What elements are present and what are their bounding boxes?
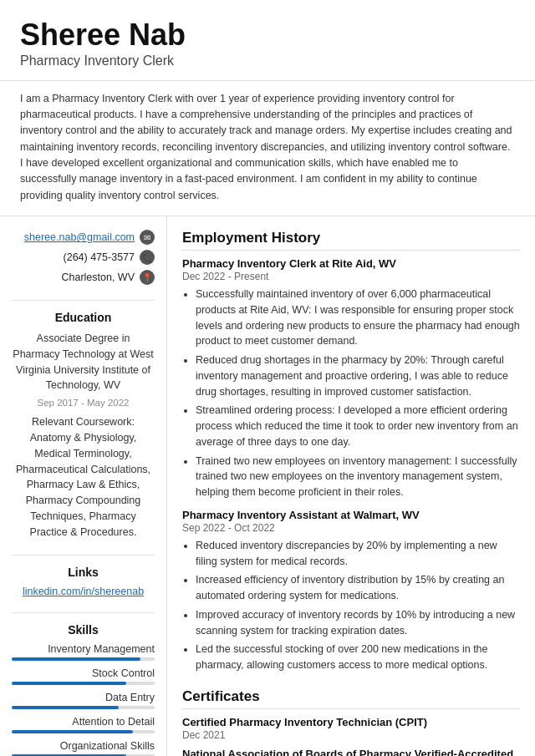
skill-name: Inventory Management <box>12 643 155 655</box>
location-icon: 📍 <box>140 270 155 285</box>
bullet: Successfully maintained inventory of ove… <box>196 287 520 349</box>
certificates-heading: Certificates <box>182 688 520 709</box>
location-item: Charleston, WV 📍 <box>12 270 155 285</box>
job-entry: Pharmacy Inventory Clerk at Rite Aid, WV… <box>182 257 520 500</box>
skill-bar-fill <box>12 682 126 685</box>
phone-item: (264) 475-3577 📞 <box>12 250 155 265</box>
skills-list: Inventory Management Stock Control Data … <box>12 643 155 756</box>
resume-page: Sheree Nab Pharmacy Inventory Clerk I am… <box>0 0 535 756</box>
skills-section: Skills Inventory Management Stock Contro… <box>12 623 155 756</box>
bullet: Led the successful stocking of over 200 … <box>196 642 520 673</box>
cert-date: Dec 2021 <box>182 729 520 741</box>
job-dates: Dec 2022 - Present <box>182 271 520 282</box>
cert-entry: Certified Pharmacy Inventory Technician … <box>182 716 520 741</box>
cert-name: National Association of Boards of Pharma… <box>182 748 520 756</box>
certificates-section: Certificates Certified Pharmacy Inventor… <box>182 688 520 756</box>
divider-2 <box>12 555 155 556</box>
sidebar: sheree.nab@gmail.com ✉ (264) 475-3577 📞 … <box>0 216 167 756</box>
skill-bar-bg <box>12 730 155 733</box>
candidate-title: Pharmacy Inventory Clerk <box>20 53 515 68</box>
job-bullets: Successfully maintained inventory of ove… <box>182 287 520 500</box>
candidate-name: Sheree Nab <box>20 18 515 52</box>
email-icon: ✉ <box>140 230 155 245</box>
skill-name: Attention to Detail <box>12 716 155 728</box>
skill-bar-fill <box>12 730 133 733</box>
job-title: Pharmacy Inventory Assistant at Walmart,… <box>182 509 520 521</box>
phone-icon: 📞 <box>140 250 155 265</box>
skill-bar-fill <box>12 657 140 661</box>
divider-1 <box>12 300 155 301</box>
education-coursework: Relevant Coursework: Anatomy & Physiolog… <box>12 414 155 540</box>
summary-text: I am a Pharmacy Inventory Clerk with ove… <box>20 91 515 205</box>
contact-section: sheree.nab@gmail.com ✉ (264) 475-3577 📞 … <box>12 230 155 285</box>
job-bullets: Reduced inventory discrepancies by 20% b… <box>182 538 520 673</box>
main-content: Employment History Pharmacy Inventory Cl… <box>167 216 535 756</box>
location-text: Charleston, WV <box>61 271 135 283</box>
divider-3 <box>12 612 155 613</box>
bullet: Improved accuracy of inventory records b… <box>196 607 520 639</box>
skill-name: Stock Control <box>12 667 155 679</box>
body-columns: sheree.nab@gmail.com ✉ (264) 475-3577 📞 … <box>0 216 535 756</box>
skill-bar-bg <box>12 706 155 709</box>
employment-heading: Employment History <box>182 230 520 251</box>
cert-entry: National Association of Boards of Pharma… <box>182 748 520 756</box>
jobs-list: Pharmacy Inventory Clerk at Rite Aid, WV… <box>182 257 520 673</box>
skill-item: Organizational Skills <box>12 740 155 756</box>
email-link[interactable]: sheree.nab@gmail.com <box>24 231 135 243</box>
phone-text: (264) 475-3577 <box>64 251 135 263</box>
job-title: Pharmacy Inventory Clerk at Rite Aid, WV <box>182 257 520 270</box>
email-item: sheree.nab@gmail.com ✉ <box>12 230 155 245</box>
bullet: Streamlined ordering process: I develope… <box>196 403 520 449</box>
employment-section: Employment History Pharmacy Inventory Cl… <box>182 230 520 673</box>
skill-item: Stock Control <box>12 667 155 685</box>
skill-bar-bg <box>12 682 155 685</box>
header-section: Sheree Nab Pharmacy Inventory Clerk <box>0 0 535 81</box>
skill-bar-fill <box>12 706 119 709</box>
cert-name: Certified Pharmacy Inventory Technician … <box>182 716 520 728</box>
linkedin-link[interactable]: linkedin.com/in/shereenab <box>12 586 155 597</box>
bullet: Reduced inventory discrepancies by 20% b… <box>196 538 520 570</box>
bullet: Increased efficiency of inventory distri… <box>196 572 520 604</box>
summary-section: I am a Pharmacy Inventory Clerk with ove… <box>0 81 535 217</box>
skill-item: Inventory Management <box>12 643 155 661</box>
skill-item: Attention to Detail <box>12 716 155 733</box>
bullet: Reduced drug shortages in the pharmacy b… <box>196 353 520 399</box>
education-degree: Associate Degree in Pharmacy Technology … <box>12 331 155 393</box>
skill-name: Data Entry <box>12 692 155 703</box>
education-heading: Education <box>12 311 155 324</box>
skill-name: Organizational Skills <box>12 740 155 752</box>
bullet: Trained two new employees on inventory m… <box>196 454 520 500</box>
skill-bar-bg <box>12 657 155 661</box>
certs-list: Certified Pharmacy Inventory Technician … <box>182 716 520 756</box>
job-dates: Sep 2022 - Oct 2022 <box>182 522 520 534</box>
job-entry: Pharmacy Inventory Assistant at Walmart,… <box>182 509 520 673</box>
links-heading: Links <box>12 566 155 579</box>
education-section: Education Associate Degree in Pharmacy T… <box>12 311 155 540</box>
links-section: Links linkedin.com/in/shereenab <box>12 566 155 597</box>
skills-heading: Skills <box>12 623 155 637</box>
education-dates: Sep 2017 - May 2022 <box>12 396 155 410</box>
skill-item: Data Entry <box>12 692 155 709</box>
